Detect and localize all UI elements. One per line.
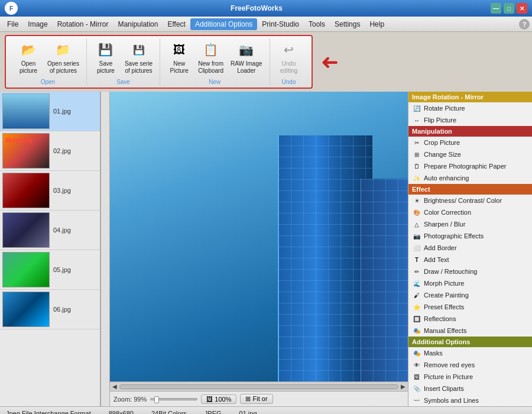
raw-loader-icon: 📷 xyxy=(237,40,256,59)
section-header-effect[interactable]: Effect xyxy=(408,184,532,195)
toolbar-save-items: 💾 Savepicture 💾 Save serieof pictures xyxy=(92,38,155,76)
panel-item-text[interactable]: T Add Text xyxy=(408,254,532,266)
zoom-label: Zoom: 99% xyxy=(113,396,147,403)
panel-item-masks[interactable]: 🎭 Masks xyxy=(408,347,532,359)
horizontal-scrollbar[interactable]: ◀ ▶ xyxy=(110,381,408,391)
red-eyes-icon: 👁 xyxy=(412,360,421,370)
menu-print[interactable]: Print-Studio xyxy=(257,18,304,30)
zoom-fit-button[interactable]: ⊞ Fit or xyxy=(240,394,273,404)
new-picture-button[interactable]: 🖼 NewPicture xyxy=(165,38,193,76)
section-header-additional[interactable]: Additional Options xyxy=(408,337,532,347)
panel-item-draw[interactable]: ✏ Draw / Retouching xyxy=(408,266,532,277)
undo-group-label: Undo xyxy=(282,79,296,85)
menu-rotation[interactable]: Rotation - Mirror xyxy=(53,18,113,30)
toolbar-group-open: 📂 Openpicture 📁 Open seriesof pictures O… xyxy=(9,38,87,85)
thumb-label-2: 02.jpg xyxy=(53,147,71,154)
menu-tools[interactable]: Tools xyxy=(304,18,330,30)
status-colors: 24Bit Colors xyxy=(151,410,187,415)
resize-icon: ⊞ xyxy=(412,150,421,159)
panel-item-auto-enhance[interactable]: ✨ Auto enhancing xyxy=(408,172,532,184)
thumb-image-2: Morphing xyxy=(2,133,50,169)
panel-item-color-correction[interactable]: 🎨 Color Correction xyxy=(408,206,532,218)
masks-icon: 🎭 xyxy=(412,348,421,358)
panel-item-photo-effects[interactable]: 📷 Photographic Effects xyxy=(408,230,532,242)
thumb-label-6: 06.jpg xyxy=(53,306,71,313)
panel-item-crop[interactable]: ✂ Crop Picture xyxy=(408,137,532,148)
morph-icon: 🌊 xyxy=(412,279,421,288)
status-format: Jpeg File Interchange Format xyxy=(6,410,91,415)
save-picture-label: Savepicture xyxy=(97,60,115,75)
border-icon: ⬜ xyxy=(412,243,421,253)
open-picture-icon: 📂 xyxy=(19,40,38,59)
save-group-label: Save xyxy=(116,79,130,85)
panel-item-preset[interactable]: ⭐ Preset Effects xyxy=(408,301,532,313)
menu-image[interactable]: Image xyxy=(23,18,52,30)
statusbar: Jpeg File Interchange Format 898x680 24B… xyxy=(0,406,532,414)
section-header-rotation[interactable]: Image Rotation - Mirror xyxy=(408,92,532,102)
new-group-label: New xyxy=(209,79,220,85)
save-serie-button[interactable]: 💾 Save serieof pictures xyxy=(122,38,155,76)
thumb-label-4: 04.jpg xyxy=(53,227,71,234)
h-scroll-left[interactable]: ◀ xyxy=(112,383,117,390)
zoom-100-button[interactable]: 🖼 100% xyxy=(201,394,236,404)
panel-item-flip[interactable]: ↔ Flip Picture xyxy=(408,114,532,126)
panel-item-symbols[interactable]: 〰 Symbols and Lines xyxy=(408,394,532,406)
menu-manipulation[interactable]: Manipulation xyxy=(113,18,163,30)
morphing-text: Morphing xyxy=(5,137,33,144)
thumbnail-strip[interactable]: 01.jpg Morphing 02.jpg 03.jpg 04.jpg 05.… xyxy=(0,92,100,406)
panel-item-painting[interactable]: 🖌 Create Painting xyxy=(408,289,532,301)
open-picture-button[interactable]: 📂 Openpicture xyxy=(14,38,43,76)
h-scroll-right[interactable]: ▶ xyxy=(401,383,406,390)
menu-settings[interactable]: Settings xyxy=(330,18,365,30)
panel-item-border[interactable]: ⬜ Add Border xyxy=(408,242,532,254)
thumb-item-2[interactable]: Morphing 02.jpg xyxy=(0,131,100,171)
panel-item-resize[interactable]: ⊞ Change Size xyxy=(408,148,532,160)
minimize-button[interactable]: — xyxy=(491,3,501,14)
menu-effect[interactable]: Effect xyxy=(163,18,190,30)
h-scroll-track[interactable] xyxy=(119,384,398,389)
panel-item-reflections[interactable]: 🔲 Reflections xyxy=(408,313,532,325)
thumb-item-4[interactable]: 04.jpg xyxy=(0,211,100,250)
app-title: FreeFotoWorks xyxy=(22,4,491,12)
close-button[interactable]: ✕ xyxy=(517,3,527,14)
thumb-item-6[interactable]: 06.jpg xyxy=(0,290,100,329)
menu-file[interactable]: File xyxy=(2,18,23,30)
toolbar-group-save: 💾 Savepicture 💾 Save serieof pictures Sa… xyxy=(87,38,160,85)
panel-item-paper[interactable]: 🗒 Prepare Photographic Paper xyxy=(408,160,532,172)
status-type: JPEG xyxy=(205,410,222,415)
panel-item-sharpen[interactable]: △ Sharpen / Blur xyxy=(408,218,532,230)
open-picture-label: Openpicture xyxy=(20,60,37,75)
painting-icon: 🖌 xyxy=(412,290,421,300)
help-icon[interactable]: ? xyxy=(519,19,530,30)
thumbnail-scrollbar[interactable] xyxy=(100,92,110,406)
photo-effects-icon: 📷 xyxy=(412,231,421,241)
open-group-label: Open xyxy=(41,79,55,85)
thumb-item-1[interactable]: 01.jpg xyxy=(0,92,100,131)
new-picture-icon: 🖼 xyxy=(170,40,189,59)
save-picture-button[interactable]: 💾 Savepicture xyxy=(92,38,120,76)
panel-item-red-eyes[interactable]: 👁 Remove red eyes xyxy=(408,359,532,371)
open-series-button[interactable]: 📁 Open seriesof pictures xyxy=(45,38,82,76)
section-header-manipulation[interactable]: Manipulation xyxy=(408,126,532,137)
panel-item-morph[interactable]: 🌊 Morph Picture xyxy=(408,277,532,289)
menu-help[interactable]: Help xyxy=(365,18,389,30)
undo-editing-button[interactable]: ↩ Undoediting xyxy=(275,38,303,76)
panel-item-pic-in-pic[interactable]: 🖼 Picture in Picture xyxy=(408,371,532,383)
thumb-item-3[interactable]: 03.jpg xyxy=(0,171,100,211)
zoom-slider-thumb[interactable] xyxy=(154,396,159,403)
panel-item-rotate[interactable]: 🔄 Rotate Picture xyxy=(408,102,532,114)
panel-item-cliparts[interactable]: 📎 Insert Cliparts xyxy=(408,383,532,394)
canvas-area[interactable] xyxy=(110,92,408,381)
panel-item-brightness[interactable]: ☀ Brightness/ Contrast/ Color xyxy=(408,195,532,206)
building-right-grid xyxy=(361,179,408,381)
toolbar-open-items: 📂 Openpicture 📁 Open seriesof pictures xyxy=(14,38,82,76)
draw-icon: ✏ xyxy=(412,267,421,276)
maximize-button[interactable]: □ xyxy=(504,3,514,14)
panel-item-manual-effects[interactable]: 🎭 Manual Effects xyxy=(408,325,532,337)
new-clipboard-button[interactable]: 📋 New fromClipboard xyxy=(196,38,226,76)
menu-additional[interactable]: Additional Options xyxy=(190,18,257,30)
new-clipboard-label: New fromClipboard xyxy=(198,60,223,75)
zoom-slider[interactable] xyxy=(150,398,197,400)
thumb-item-5[interactable]: 05.jpg xyxy=(0,250,100,290)
raw-loader-button[interactable]: 📷 RAW ImageLoader xyxy=(228,38,265,76)
